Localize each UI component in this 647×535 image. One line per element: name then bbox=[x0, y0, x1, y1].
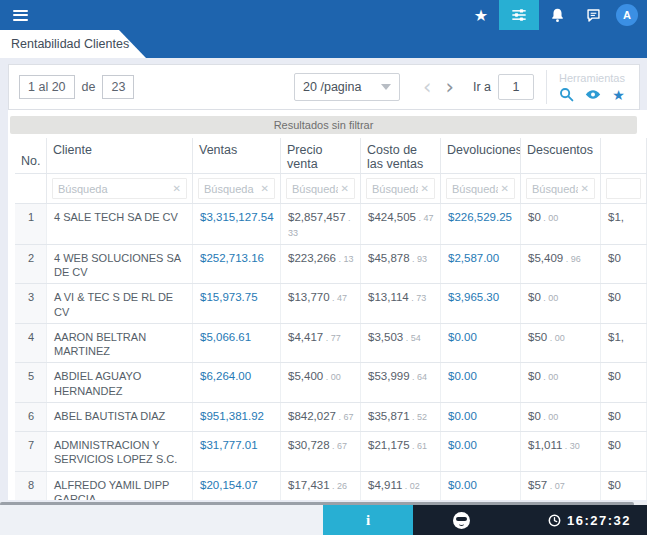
page-size-dropdown[interactable]: 20 /pagina bbox=[294, 73, 400, 101]
ventas-link[interactable]: $951,381.92 bbox=[200, 410, 264, 422]
column-header-ventas[interactable]: Ventas bbox=[193, 138, 281, 173]
desc-dec: 00 bbox=[541, 213, 559, 223]
clear-search-icon[interactable]: ✕ bbox=[338, 183, 349, 194]
desc-int: $5,409 bbox=[528, 252, 563, 264]
top-bar: ★ A bbox=[0, 0, 647, 30]
cell-devoluciones[interactable]: $0.00 bbox=[441, 472, 521, 500]
table-row[interactable]: 4 AARON BELTRAN MARTINEZ $5,066.61 $4,41… bbox=[15, 324, 647, 364]
search-input-costo[interactable] bbox=[372, 183, 418, 195]
search-input-descuentos[interactable] bbox=[532, 183, 578, 195]
cell-extra: $0 bbox=[601, 363, 647, 402]
costo-dec: 61 bbox=[410, 441, 428, 451]
search-input-extra[interactable] bbox=[612, 183, 635, 195]
hamburger-menu-icon[interactable] bbox=[13, 7, 28, 23]
column-header-no[interactable]: No. bbox=[15, 138, 47, 173]
devoluciones-link[interactable]: $0.00 bbox=[448, 479, 477, 491]
ventas-link[interactable]: $3,315,127.54 bbox=[200, 211, 274, 223]
devoluciones-link[interactable]: $3,965.30 bbox=[448, 291, 499, 303]
toolbar-divider bbox=[546, 70, 547, 104]
cell-ventas[interactable]: $31,777.01 bbox=[193, 432, 281, 471]
column-header-descuentos[interactable]: Descuentos bbox=[521, 138, 601, 173]
sliders-icon[interactable] bbox=[499, 0, 539, 30]
search-box-ventas[interactable]: ✕ bbox=[198, 178, 275, 199]
chat-icon[interactable] bbox=[575, 0, 611, 30]
table-row[interactable]: 1 4 SALE TECH SA DE CV $3,315,127.54 $2,… bbox=[15, 204, 647, 245]
search-input-devoluciones[interactable] bbox=[452, 183, 498, 195]
ventas-link[interactable]: $5,066.61 bbox=[200, 331, 251, 343]
clear-search-icon[interactable]: ✕ bbox=[258, 183, 269, 194]
clear-search-icon[interactable]: ✕ bbox=[418, 183, 429, 194]
ventas-link[interactable]: $6,264.00 bbox=[200, 370, 251, 382]
cell-ventas[interactable]: $951,381.92 bbox=[193, 403, 281, 431]
notifications-bell-icon[interactable] bbox=[539, 0, 575, 30]
clear-search-icon[interactable]: ✕ bbox=[498, 183, 509, 194]
info-button[interactable]: i bbox=[323, 505, 413, 535]
cell-ventas[interactable]: $252,713.16 bbox=[193, 245, 281, 284]
table-row[interactable]: 8 ALFREDO YAMIL DIPP GARCIA $20,154.07 $… bbox=[15, 472, 647, 500]
search-box-extra[interactable] bbox=[606, 178, 641, 199]
user-avatar[interactable]: A bbox=[616, 4, 638, 26]
search-box-costo[interactable]: ✕ bbox=[366, 178, 435, 199]
assistant-face-icon[interactable] bbox=[453, 512, 470, 529]
cell-descuentos: $000 bbox=[521, 403, 601, 431]
devoluciones-link[interactable]: $0.00 bbox=[448, 370, 477, 382]
cell-ventas[interactable]: $3,315,127.54 bbox=[193, 204, 281, 244]
devoluciones-link[interactable]: $0.00 bbox=[448, 410, 477, 422]
cell-devoluciones[interactable]: $0.00 bbox=[441, 363, 521, 402]
visibility-eye-icon[interactable] bbox=[585, 89, 601, 100]
search-input-ventas[interactable] bbox=[204, 183, 258, 195]
cell-precio-venta: $2,857,45733 bbox=[281, 204, 361, 244]
cell-ventas[interactable]: $20,154.07 bbox=[193, 472, 281, 500]
ventas-link[interactable]: $252,713.16 bbox=[200, 252, 264, 264]
column-header-cliente[interactable]: Cliente bbox=[47, 138, 193, 173]
cell-ventas[interactable]: $15,973.75 bbox=[193, 284, 281, 323]
search-icon[interactable] bbox=[559, 87, 574, 102]
star-icon[interactable]: ★ bbox=[463, 0, 499, 30]
cell-devoluciones[interactable]: $0.00 bbox=[441, 432, 521, 471]
table-row[interactable]: 6 ABEL BAUTISTA DIAZ $951,381.92 $842,02… bbox=[15, 403, 647, 432]
ventas-link[interactable]: $15,973.75 bbox=[200, 291, 258, 303]
column-header-precio-venta[interactable]: Precio venta bbox=[281, 138, 361, 173]
favorite-star-icon[interactable]: ★ bbox=[612, 88, 625, 102]
cell-devoluciones[interactable]: $3,965.30 bbox=[441, 284, 521, 323]
table-row[interactable]: 5 ABDIEL AGUAYO HERNANDEZ $6,264.00 $5,4… bbox=[15, 363, 647, 403]
ventas-link[interactable]: $20,154.07 bbox=[200, 479, 258, 491]
cell-devoluciones[interactable]: $226,529.25 bbox=[441, 204, 521, 244]
clear-search-icon[interactable]: ✕ bbox=[170, 183, 181, 194]
next-page-button[interactable]: › bbox=[439, 77, 461, 97]
cell-descuentos: $000 bbox=[521, 204, 601, 244]
search-input-cliente[interactable] bbox=[58, 183, 170, 195]
extra-value: $1, bbox=[608, 211, 624, 223]
cell-precio-venta: $842,02767 bbox=[281, 403, 361, 431]
table-row[interactable]: 2 4 WEB SOLUCIONES SA DE CV $252,713.16 … bbox=[15, 245, 647, 285]
tab-rentabilidad-clientes[interactable]: Rentabilidad Clientes ✕ bbox=[0, 30, 146, 58]
cell-ventas[interactable]: $5,066.61 bbox=[193, 324, 281, 363]
table-row[interactable]: 3 A VI & TEC S DE RL DE CV $15,973.75 $1… bbox=[15, 284, 647, 324]
goto-page-input[interactable] bbox=[498, 74, 534, 100]
desc-dec: 00 bbox=[541, 412, 559, 422]
devoluciones-link[interactable]: $0.00 bbox=[448, 439, 477, 451]
column-header-costo-ventas[interactable]: Costo de las ventas bbox=[361, 138, 441, 173]
clear-search-icon[interactable]: ✕ bbox=[578, 183, 589, 194]
table-row[interactable]: 7 ADMINISTRACION Y SERVICIOS LOPEZ S.C. … bbox=[15, 432, 647, 472]
cell-ventas[interactable]: $6,264.00 bbox=[193, 363, 281, 402]
cell-devoluciones[interactable]: $0.00 bbox=[441, 403, 521, 431]
ventas-link[interactable]: $31,777.01 bbox=[200, 439, 258, 451]
search-box-descuentos[interactable]: ✕ bbox=[526, 178, 595, 199]
cell-devoluciones[interactable]: $2,587.00 bbox=[441, 245, 521, 284]
devoluciones-link[interactable]: $0.00 bbox=[448, 331, 477, 343]
search-box-devoluciones[interactable]: ✕ bbox=[446, 178, 515, 199]
precio-dec: 77 bbox=[323, 333, 341, 343]
search-box-cliente[interactable]: ✕ bbox=[52, 178, 187, 199]
pagination-toolbar: 1 al 20 de 23 20 /pagina ‹ › Ir a Herram… bbox=[8, 64, 640, 110]
previous-page-button[interactable]: ‹ bbox=[416, 77, 438, 97]
cell-devoluciones[interactable]: $0.00 bbox=[441, 324, 521, 363]
tab-close-icon[interactable]: ✕ bbox=[135, 38, 144, 51]
column-header-devoluciones[interactable]: Devoluciones bbox=[441, 138, 521, 173]
devoluciones-link[interactable]: $2,587.00 bbox=[448, 252, 499, 264]
search-input-precio[interactable] bbox=[292, 183, 338, 195]
search-box-precio[interactable]: ✕ bbox=[286, 178, 355, 199]
devoluciones-link[interactable]: $226,529.25 bbox=[448, 211, 512, 223]
desc-dec: 07 bbox=[547, 481, 565, 491]
tab-bar: Rentabilidad Clientes ✕ bbox=[0, 30, 647, 58]
